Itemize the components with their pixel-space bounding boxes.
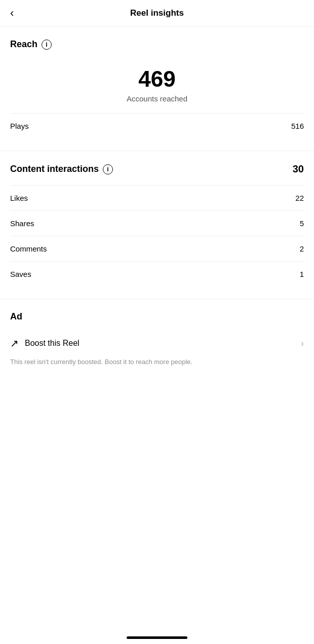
saves-value: 1 [300, 270, 304, 278]
content-interactions-title-row: Content interactions i 30 [10, 163, 304, 175]
content-interactions-section: Content interactions i 30 Likes 22 Share… [0, 151, 314, 299]
boost-label: Boost this Reel [25, 339, 80, 348]
reach-label: Reach [10, 39, 37, 50]
reach-center: 469 Accounts reached [10, 60, 304, 113]
reach-section-title: Reach i [10, 39, 304, 50]
shares-value: 5 [300, 219, 304, 228]
accounts-reached-label: Accounts reached [10, 94, 304, 103]
boost-left: ↗︎ Boost this Reel [10, 337, 80, 349]
reach-section: Reach i 469 Accounts reached Plays 516 [0, 27, 314, 151]
saves-label: Saves [10, 270, 31, 278]
content-interactions-title-left: Content interactions i [10, 164, 113, 174]
page-title: Reel insights [130, 8, 184, 18]
home-indicator [127, 636, 187, 639]
boost-description: This reel isn't currently boosted. Boost… [10, 357, 304, 367]
plays-value: 516 [291, 122, 304, 130]
chevron-right-icon: › [301, 338, 304, 349]
ad-section: Ad ↗︎ Boost this Reel › This reel isn't … [0, 299, 314, 377]
saves-row: Saves 1 [10, 261, 304, 287]
boost-icon: ↗︎ [10, 337, 19, 349]
plays-label: Plays [10, 122, 29, 130]
comments-label: Comments [10, 244, 47, 253]
shares-row: Shares 5 [10, 210, 304, 236]
back-button[interactable]: ‹ [10, 7, 14, 20]
content-interactions-info-icon[interactable]: i [103, 164, 113, 174]
back-icon: ‹ [10, 7, 14, 20]
boost-reel-button[interactable]: ↗︎ Boost this Reel › [10, 332, 304, 355]
header: ‹ Reel insights [0, 0, 314, 27]
comments-row: Comments 2 [10, 236, 304, 261]
content-interactions-total: 30 [293, 163, 304, 175]
likes-label: Likes [10, 194, 28, 202]
content-interactions-label: Content interactions [10, 164, 99, 174]
accounts-reached-number: 469 [10, 68, 304, 90]
comments-value: 2 [300, 244, 304, 253]
plays-row: Plays 516 [10, 113, 304, 138]
ad-title: Ad [10, 311, 304, 322]
likes-row: Likes 22 [10, 185, 304, 210]
likes-value: 22 [295, 194, 304, 202]
reach-info-icon[interactable]: i [42, 40, 52, 50]
shares-label: Shares [10, 219, 34, 228]
